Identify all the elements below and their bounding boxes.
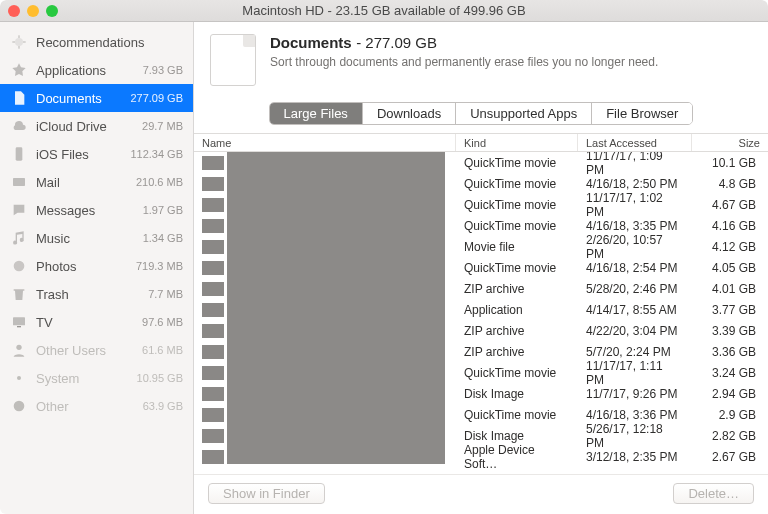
svg-rect-5 <box>16 147 23 160</box>
show-in-finder-button[interactable]: Show in Finder <box>208 483 325 504</box>
svg-point-10 <box>16 345 21 350</box>
photos-icon <box>10 257 28 275</box>
svg-point-0 <box>15 38 23 46</box>
svg-point-12 <box>14 401 25 412</box>
file-thumbnail <box>202 303 224 317</box>
col-name[interactable]: Name <box>194 134 456 151</box>
svg-rect-6 <box>13 178 25 186</box>
mail-icon <box>10 173 28 191</box>
sidebar-item-ios-files[interactable]: iOS Files112.34 GB <box>0 140 193 168</box>
col-date[interactable]: Last Accessed <box>578 134 692 151</box>
redacted-overlay <box>227 152 445 464</box>
svg-rect-9 <box>17 326 21 327</box>
delete-button[interactable]: Delete… <box>673 483 754 504</box>
svg-rect-4 <box>23 41 26 42</box>
header-size: 277.09 GB <box>365 34 437 51</box>
file-thumbnail <box>202 429 224 443</box>
documents-icon <box>210 34 256 86</box>
file-thumbnail <box>202 198 224 212</box>
trash-icon <box>10 285 28 303</box>
tab-downloads[interactable]: Downloads <box>363 103 456 124</box>
titlebar: Macintosh HD - 23.15 GB available of 499… <box>0 0 768 22</box>
icloud-drive-icon <box>10 117 28 135</box>
tab-file-browser[interactable]: File Browser <box>592 103 692 124</box>
window-minimize-button[interactable] <box>27 5 39 17</box>
sidebar-item-tv[interactable]: TV97.6 MB <box>0 308 193 336</box>
svg-rect-1 <box>18 35 19 38</box>
sidebar-item-music[interactable]: Music1.34 GB <box>0 224 193 252</box>
file-thumbnail <box>202 177 224 191</box>
file-thumbnail <box>202 366 224 380</box>
sidebar-item-applications[interactable]: Applications7.93 GB <box>0 56 193 84</box>
table-header: Name Kind Last Accessed Size <box>194 133 768 152</box>
ios-files-icon <box>10 145 28 163</box>
svg-point-7 <box>14 261 25 272</box>
sidebar-item-photos[interactable]: Photos719.3 MB <box>0 252 193 280</box>
tab-unsupported-apps[interactable]: Unsupported Apps <box>456 103 592 124</box>
file-thumbnail <box>202 282 224 296</box>
file-thumbnail <box>202 219 224 233</box>
svg-rect-8 <box>13 317 25 325</box>
sidebar-item-messages[interactable]: Messages1.97 GB <box>0 196 193 224</box>
svg-point-11 <box>17 376 21 380</box>
file-thumbnail <box>202 261 224 275</box>
header-title: Documents <box>270 34 352 51</box>
music-icon <box>10 229 28 247</box>
system-icon <box>10 369 28 387</box>
file-thumbnail <box>202 408 224 422</box>
sidebar-item-documents[interactable]: Documents277.09 GB <box>0 84 193 112</box>
sidebar-item-other[interactable]: Other63.9 GB <box>0 392 193 420</box>
recommendations-icon <box>10 33 28 51</box>
tab-bar: Large FilesDownloadsUnsupported AppsFile… <box>194 96 768 133</box>
window-close-button[interactable] <box>8 5 20 17</box>
file-thumbnail <box>202 345 224 359</box>
documents-icon <box>10 89 28 107</box>
svg-rect-3 <box>12 41 15 42</box>
file-thumbnail <box>202 387 224 401</box>
svg-rect-2 <box>18 46 19 49</box>
header-subtitle: Sort through documents and permanently e… <box>270 55 658 69</box>
file-thumbnail <box>202 324 224 338</box>
table-body[interactable]: QuickTime movie11/17/17, 1:09 PM10.1 GBQ… <box>194 152 768 474</box>
col-kind[interactable]: Kind <box>456 134 578 151</box>
sidebar-item-icloud-drive[interactable]: iCloud Drive29.7 MB <box>0 112 193 140</box>
sidebar-item-system[interactable]: System10.95 GB <box>0 364 193 392</box>
other-icon <box>10 397 28 415</box>
applications-icon <box>10 61 28 79</box>
file-thumbnail <box>202 450 224 464</box>
file-thumbnail <box>202 156 224 170</box>
window-title: Macintosh HD - 23.15 GB available of 499… <box>242 3 525 18</box>
window-zoom-button[interactable] <box>46 5 58 17</box>
messages-icon <box>10 201 28 219</box>
sidebar-item-recommendations[interactable]: Recommendations <box>0 28 193 56</box>
tv-icon <box>10 313 28 331</box>
sidebar-item-mail[interactable]: Mail210.6 MB <box>0 168 193 196</box>
col-size[interactable]: Size <box>692 134 768 151</box>
other-users-icon <box>10 341 28 359</box>
sidebar-item-other-users[interactable]: Other Users61.6 MB <box>0 336 193 364</box>
content-header: Documents - 277.09 GB Sort through docum… <box>194 22 768 96</box>
file-thumbnail <box>202 240 224 254</box>
tab-large-files[interactable]: Large Files <box>270 103 363 124</box>
sidebar-item-trash[interactable]: Trash7.7 MB <box>0 280 193 308</box>
sidebar: RecommendationsApplications7.93 GBDocume… <box>0 22 194 514</box>
